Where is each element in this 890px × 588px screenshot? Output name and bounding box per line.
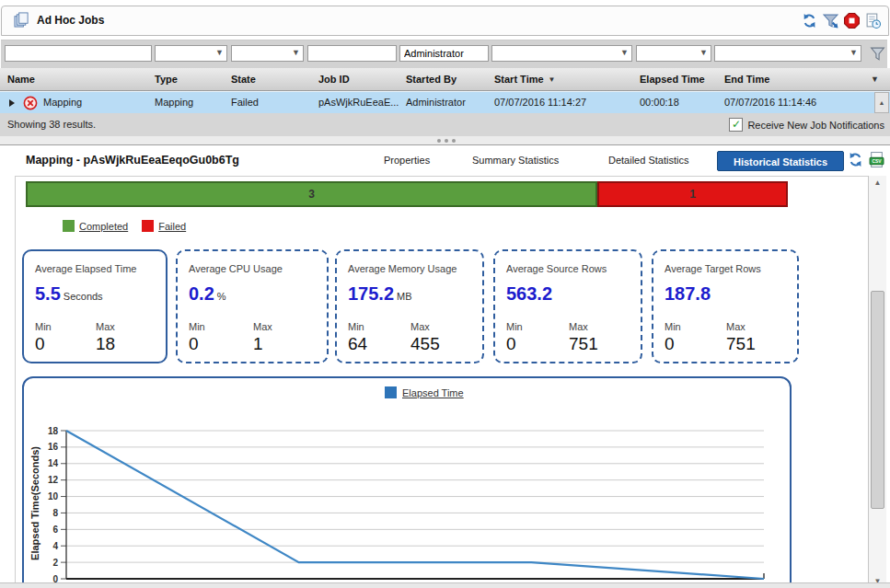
failed-bar-segment[interactable]: 1 [597, 181, 788, 207]
svg-text:16: 16 [48, 442, 59, 452]
failed-swatch-icon [142, 220, 154, 232]
cell-name: Mapping [43, 92, 82, 112]
receive-notifications-checkbox[interactable]: ✓ Receive New Job Notifications [729, 113, 884, 136]
detail-scrollbar[interactable]: ▲ ▼ [868, 176, 886, 588]
column-header-elapsed[interactable]: Elapsed Time [640, 68, 705, 90]
failed-status-icon [23, 96, 38, 110]
svg-text:8: 8 [52, 508, 58, 518]
notifications-label: Receive New Job Notifications [747, 120, 884, 131]
chevron-down-icon: ▼ [850, 48, 858, 57]
tab-summary-statistics[interactable]: Summary Statistics [472, 145, 559, 176]
expand-icon[interactable] [9, 99, 15, 107]
cell-endtime: 07/07/2016 11:14:46 [724, 92, 816, 112]
refresh-icon[interactable] [848, 152, 863, 167]
sort-desc-icon: ▼ [549, 75, 556, 84]
job-detail-panel: Mapping - pAsWjkRuEeaEeqoGu0b6Tg Propert… [0, 144, 890, 588]
splitter-grip-icon [437, 139, 456, 143]
column-header-starttime[interactable]: Start Time▼ [494, 68, 556, 91]
scrollbar-thumb[interactable] [871, 291, 884, 509]
cell-jobid: pAsWjkRuEeaE... [318, 92, 399, 112]
ad-hoc-jobs-window: Ad Hoc Jobs [0, 0, 890, 588]
results-count-text: Showing 38 results. [7, 113, 96, 136]
svg-text:12: 12 [48, 475, 59, 485]
stat-card-target-rows[interactable]: Average Target Rows 187.8 Min0 Max751 [652, 249, 799, 363]
refresh-icon[interactable] [802, 13, 817, 29]
detail-title: Mapping - pAsWjkRuEeaEeqoGu0b6Tg [26, 145, 239, 176]
filter-elapsed-select[interactable]: ▼ [636, 45, 711, 62]
filter-type-select[interactable]: ▼ [155, 45, 227, 62]
column-header-endtime[interactable]: End Time [724, 68, 769, 90]
cell-type: Mapping [155, 92, 193, 112]
tab-detailed-statistics[interactable]: Detailed Statistics [608, 145, 688, 176]
svg-text:4: 4 [52, 541, 58, 551]
job-log-icon[interactable] [865, 13, 881, 29]
filter-jobid-input[interactable] [307, 45, 397, 62]
legend-failed[interactable]: Failed [142, 220, 186, 232]
tab-properties[interactable]: Properties [384, 145, 430, 176]
stat-card-memory-usage[interactable]: Average Memory Usage 175.2MB Min64 Max45… [335, 249, 484, 363]
filter-funnel-icon[interactable] [870, 46, 885, 62]
detail-toolbar: CSV [848, 152, 884, 167]
content-divider [15, 176, 868, 177]
filter-state-select[interactable]: ▼ [231, 45, 304, 62]
completed-count: 3 [28, 183, 595, 205]
svg-text:18: 18 [48, 426, 59, 436]
scroll-up-icon[interactable]: ▲ [869, 179, 886, 187]
chevron-down-icon: ▼ [620, 48, 629, 57]
column-header-name[interactable]: Name [7, 68, 35, 90]
export-csv-icon[interactable]: CSV [869, 152, 884, 167]
svg-text:10: 10 [48, 491, 59, 502]
failed-count: 1 [599, 183, 786, 205]
svg-text:6: 6 [52, 525, 58, 535]
titlebar: Ad Hoc Jobs [1, 6, 889, 36]
cell-startedby: Administrator [406, 92, 466, 112]
svg-text:2: 2 [52, 558, 58, 568]
column-header-startedby[interactable]: Started By [406, 68, 457, 90]
filter-startedby-input[interactable] [399, 45, 489, 62]
svg-text:14: 14 [48, 458, 59, 468]
table-row[interactable]: Mapping Mapping Failed pAsWjkRuEeaE... A… [0, 91, 890, 114]
filter-bar: ▼ ▼ ▼ ▼ ▼ [1, 40, 887, 69]
column-header-jobid[interactable]: Job ID [318, 68, 350, 90]
checkbox-checked-icon[interactable]: ✓ [729, 118, 743, 132]
tab-historical-statistics[interactable]: Historical Statistics [717, 151, 844, 171]
column-menu-icon[interactable]: ▼ [871, 68, 879, 90]
table-scroll-up-icon[interactable]: ▲ [874, 92, 889, 113]
chevron-down-icon: ▼ [699, 48, 708, 57]
elapsed-time-line-chart: 024681012141618 [0, 375, 792, 588]
column-header-state[interactable]: State [231, 68, 256, 90]
stat-card-cpu-usage[interactable]: Average CPU Usage 0.2% Min0 Max1 [176, 249, 329, 363]
completed-bar-segment[interactable]: 3 [26, 181, 597, 207]
chevron-down-icon: ▼ [215, 48, 224, 57]
table-header: Name Type State Job ID Started By Start … [0, 68, 890, 91]
status-legend: Completed Failed [63, 220, 186, 232]
stat-card-source-rows[interactable]: Average Source Rows 563.2 Min0 Max751 [493, 249, 642, 363]
run-status-stacked-bar: 3 1 [26, 181, 788, 207]
status-bar: Showing 38 results. ✓ Receive New Job No… [0, 113, 890, 137]
filter-endtime-select[interactable]: ▼ [714, 45, 861, 62]
cell-starttime: 07/07/2016 11:14:27 [494, 92, 586, 112]
titlebar-toolbar [802, 6, 881, 35]
cell-state: Failed [231, 92, 259, 112]
chevron-down-icon: ▼ [292, 48, 300, 57]
stop-job-icon[interactable] [844, 13, 860, 29]
filter-name-input[interactable] [5, 45, 152, 62]
jobs-stack-icon [14, 12, 29, 28]
svg-text:CSV: CSV [872, 159, 882, 164]
cell-elapsed: 00:00:18 [640, 92, 679, 112]
stat-card-elapsed-time[interactable]: Average Elapsed Time 5.5Seconds Min0 Max… [22, 249, 168, 363]
page-title: Ad Hoc Jobs [37, 6, 104, 35]
filter-starttime-select[interactable]: ▼ [491, 45, 632, 62]
legend-completed[interactable]: Completed [63, 220, 128, 232]
bottom-scroll-strip [0, 582, 890, 588]
filter-jobs-icon[interactable] [823, 13, 838, 29]
column-header-type[interactable]: Type [155, 68, 178, 90]
completed-swatch-icon [63, 220, 75, 232]
